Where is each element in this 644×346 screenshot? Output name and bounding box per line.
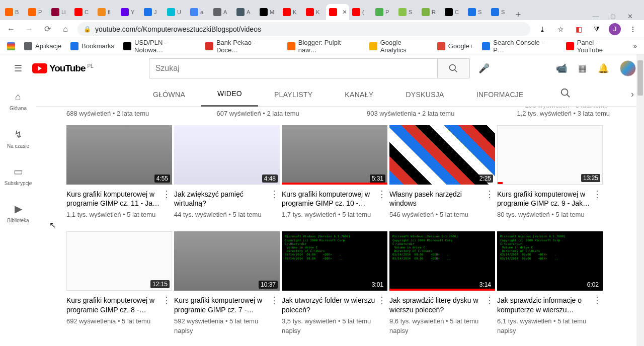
video-title[interactable]: Jak sprawdzić literę dysku w wierszu pol…	[389, 296, 484, 314]
video-menu-button[interactable]: ⋮	[592, 190, 603, 199]
browser-tab[interactable]: K	[280, 4, 303, 20]
video-title[interactable]: Kurs grafiki komputerowej w programie GI…	[66, 190, 161, 208]
video-thumbnail[interactable]: 2:25	[389, 125, 495, 185]
video-menu-button[interactable]: ⋮	[376, 296, 387, 305]
close-button[interactable]: ✕	[626, 13, 634, 20]
apps-shortcut[interactable]	[7, 42, 15, 50]
channel-tab-główna[interactable]: GŁÓWNA	[137, 82, 201, 107]
browser-tab[interactable]: K	[303, 4, 326, 20]
browser-tab[interactable]: B	[2, 4, 25, 20]
notifications-icon[interactable]: 🔔	[598, 63, 609, 74]
hamburger-menu[interactable]: ☰	[8, 58, 28, 78]
video-thumbnail[interactable]: 10:37	[174, 231, 280, 291]
video-title[interactable]: Kurs grafiki komputerowej w programie GI…	[497, 190, 592, 208]
bookmark-item[interactable]: Bookmarks	[70, 42, 114, 50]
voice-search-button[interactable]: 🎤	[474, 58, 494, 78]
video-menu-button[interactable]: ⋮	[269, 296, 280, 305]
rail-item-subskrypcje[interactable]: ▭Subskrypcje	[0, 157, 36, 194]
browser-tab[interactable]: A	[210, 4, 233, 20]
video-menu-button[interactable]: ⋮	[161, 296, 172, 305]
install-icon[interactable]: ⤓	[536, 23, 548, 35]
browser-tab[interactable]: M	[257, 4, 280, 20]
browser-tab[interactable]: R	[419, 4, 442, 20]
video-thumbnail[interactable]: 4:48	[174, 125, 280, 185]
browser-tab[interactable]: P	[25, 4, 48, 20]
create-icon[interactable]: 📹	[556, 63, 567, 74]
chrome-menu[interactable]: ⋮	[627, 23, 639, 35]
video-card[interactable]: 10:37Kurs grafiki komputerowej w program…	[174, 231, 280, 334]
video-card[interactable]: Microsoft Windows [Version 6.1.7600] Cop…	[389, 231, 495, 334]
browser-tab[interactable]: Li	[48, 4, 71, 20]
channel-tab-kanały[interactable]: KANAŁY	[329, 82, 389, 107]
video-title[interactable]: Jak sprawdzic informacje o komputerze w …	[497, 296, 592, 314]
home-button[interactable]: ⌂	[59, 23, 71, 35]
page-scrollbar[interactable]	[636, 54, 644, 346]
browser-tab[interactable]: J	[141, 4, 164, 20]
bookmark-item[interactable]: Aplikacje	[24, 42, 61, 50]
video-thumbnail[interactable]: 12:15	[66, 231, 172, 291]
rail-item-główna[interactable]: ⌂Główna	[0, 82, 36, 120]
maximize-button[interactable]: ◻	[609, 13, 617, 20]
extension-icon[interactable]: ◧	[573, 23, 585, 35]
video-thumbnail[interactable]: Microsoft Windows [Version 6.1.7600] Cop…	[389, 231, 495, 291]
video-card[interactable]: 4:55Kurs grafiki komputerowej w programi…	[66, 125, 172, 218]
account-avatar[interactable]	[620, 60, 636, 76]
video-thumbnail[interactable]: Microsoft Windows [Version 6.1.7600] Cop…	[497, 231, 603, 291]
reload-button[interactable]: ⟳	[41, 23, 53, 35]
apps-icon[interactable]: ▦	[578, 63, 587, 74]
browser-tab[interactable]: (	[349, 4, 372, 20]
video-title[interactable]: Kurs grafiki komputerowej w programie GI…	[282, 190, 376, 208]
video-title[interactable]: Jak zwiększyć pamięć wirtualną?	[174, 190, 269, 208]
browser-tab[interactable]: fl	[95, 4, 118, 20]
close-icon[interactable]: ✕	[342, 9, 347, 16]
rail-item-na czasie[interactable]: ↯Na czasie	[0, 120, 36, 157]
browser-tab[interactable]: S	[395, 4, 419, 20]
video-thumbnail[interactable]: 4:55	[66, 125, 172, 185]
chevron-right-icon[interactable]: ›	[631, 89, 634, 100]
bookmark-item[interactable]: Search Console – P…	[482, 39, 556, 54]
bookmark-item[interactable]: Google+	[437, 42, 473, 50]
video-menu-button[interactable]: ⋮	[592, 296, 603, 305]
browser-tab[interactable]: Y	[118, 4, 141, 20]
browser-tab[interactable]: U	[164, 4, 187, 20]
video-thumbnail[interactable]: 5:31	[282, 125, 387, 185]
forward-button[interactable]: →	[23, 23, 35, 35]
profile-avatar[interactable]: J	[609, 23, 621, 35]
video-thumbnail[interactable]: 13:25	[497, 125, 603, 185]
bookmark-item[interactable]: USD/PLN - Notowa…	[123, 39, 196, 54]
minimize-button[interactable]: ―	[592, 13, 600, 20]
bookmark-item[interactable]: Bank Pekao - Doce…	[205, 39, 278, 54]
browser-tab[interactable]: ✕	[326, 4, 349, 20]
video-title[interactable]: Kurs grafiki komputerowej w programie GI…	[174, 296, 269, 314]
channel-search-icon[interactable]	[560, 88, 571, 101]
extensions-menu[interactable]: ⧩	[591, 23, 603, 35]
video-card[interactable]: Microsoft Windows [Version 6.1.7600] Cop…	[282, 231, 387, 334]
browser-tab[interactable]: S	[488, 4, 511, 20]
browser-tab[interactable]: C	[71, 4, 95, 20]
video-menu-button[interactable]: ⋮	[161, 190, 172, 199]
browser-tab[interactable]: C	[442, 4, 465, 20]
search-input[interactable]	[149, 58, 438, 78]
bookmarks-overflow[interactable]: »	[633, 42, 637, 50]
back-button[interactable]: ←	[5, 23, 17, 35]
channel-tab-informacje[interactable]: INFORMACJE	[460, 82, 540, 107]
new-tab-button[interactable]: +	[511, 10, 525, 20]
browser-tab[interactable]: A	[233, 4, 257, 20]
bookmark-item[interactable]: Blogger: Pulpit naw…	[287, 39, 360, 54]
video-title[interactable]: Własny pasek narzędzi windows	[389, 190, 484, 208]
video-card[interactable]: 13:25Kurs grafiki komputerowej w program…	[497, 125, 603, 218]
rail-item-biblioteka[interactable]: ▶Biblioteka	[0, 194, 36, 231]
video-thumbnail[interactable]: Microsoft Windows [Version 6.1.7600] Cop…	[282, 231, 387, 291]
star-icon[interactable]: ☆	[554, 23, 567, 35]
video-title[interactable]: Jak utworzyć folder w wierszu poleceń?	[282, 296, 376, 314]
bookmark-item[interactable]: Panel - YouTube	[566, 39, 624, 54]
browser-tab[interactable]: S	[465, 4, 488, 20]
video-menu-button[interactable]: ⋮	[269, 190, 280, 199]
scrollbar-thumb[interactable]	[637, 60, 643, 96]
channel-tab-playlisty[interactable]: PLAYLISTY	[258, 82, 329, 107]
channel-tab-dyskusja[interactable]: DYSKUSJA	[389, 82, 460, 107]
video-card[interactable]: 5:31Kurs grafiki komputerowej w programi…	[282, 125, 387, 218]
video-card[interactable]: 2:25Własny pasek narzędzi windows⋮546 wy…	[389, 125, 495, 218]
video-title[interactable]: Kurs grafiki komputerowej w programie GI…	[66, 296, 161, 314]
channel-tab-wideo[interactable]: WIDEO	[201, 82, 258, 107]
